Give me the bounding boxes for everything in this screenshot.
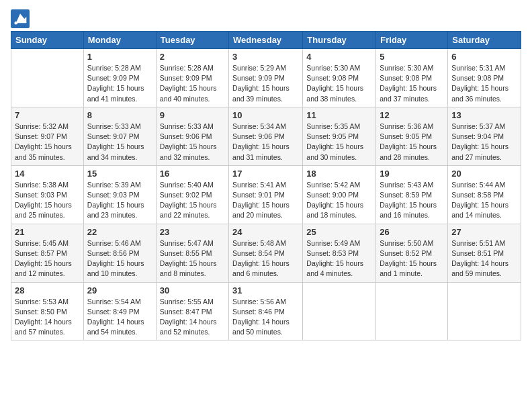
- week-row-5: 28Sunrise: 5:53 AMSunset: 8:50 PMDayligh…: [11, 282, 521, 340]
- day-number: 23: [160, 227, 225, 237]
- day-info: Sunrise: 5:29 AMSunset: 9:09 PMDaylight:…: [232, 63, 299, 104]
- day-number: 6: [451, 52, 517, 62]
- day-number: 9: [160, 110, 225, 120]
- header-row: SundayMondayTuesdayWednesdayThursdayFrid…: [11, 32, 521, 49]
- calendar-cell: 4Sunrise: 5:30 AMSunset: 9:08 PMDaylight…: [303, 49, 376, 107]
- calendar-cell: 3Sunrise: 5:29 AMSunset: 9:09 PMDaylight…: [229, 49, 303, 107]
- calendar-cell: 31Sunrise: 5:56 AMSunset: 8:46 PMDayligh…: [229, 282, 303, 340]
- svg-point-2: [14, 21, 17, 25]
- day-number: 2: [160, 52, 225, 62]
- calendar-cell: 14Sunrise: 5:38 AMSunset: 9:03 PMDayligh…: [11, 165, 84, 224]
- day-info: Sunrise: 5:53 AMSunset: 8:50 PMDaylight:…: [15, 297, 80, 338]
- calendar-cell: 29Sunrise: 5:54 AMSunset: 8:49 PMDayligh…: [83, 282, 156, 340]
- day-info: Sunrise: 5:34 AMSunset: 9:06 PMDaylight:…: [232, 122, 299, 163]
- header-day-sunday: Sunday: [11, 32, 84, 49]
- day-info: Sunrise: 5:45 AMSunset: 8:57 PMDaylight:…: [15, 238, 80, 279]
- calendar-cell: 21Sunrise: 5:45 AMSunset: 8:57 PMDayligh…: [11, 224, 84, 282]
- header-day-thursday: Thursday: [303, 32, 376, 49]
- day-info: Sunrise: 5:43 AMSunset: 8:59 PMDaylight:…: [380, 180, 444, 221]
- day-number: 27: [451, 227, 517, 237]
- calendar-cell: 18Sunrise: 5:42 AMSunset: 9:00 PMDayligh…: [303, 165, 376, 224]
- day-number: 26: [380, 227, 444, 237]
- day-info: Sunrise: 5:33 AMSunset: 9:07 PMDaylight:…: [87, 122, 152, 163]
- calendar-cell: 1Sunrise: 5:28 AMSunset: 9:09 PMDaylight…: [83, 49, 156, 107]
- calendar-body: 1Sunrise: 5:28 AMSunset: 9:09 PMDaylight…: [11, 49, 521, 340]
- day-info: Sunrise: 5:39 AMSunset: 9:03 PMDaylight:…: [87, 180, 152, 221]
- day-number: 31: [232, 285, 299, 295]
- day-info: Sunrise: 5:48 AMSunset: 8:54 PMDaylight:…: [232, 238, 299, 279]
- calendar-cell: 12Sunrise: 5:36 AMSunset: 9:05 PMDayligh…: [376, 107, 448, 165]
- day-number: 28: [15, 285, 80, 295]
- day-info: Sunrise: 5:47 AMSunset: 8:55 PMDaylight:…: [160, 238, 225, 279]
- day-info: Sunrise: 5:30 AMSunset: 9:08 PMDaylight:…: [380, 63, 444, 104]
- logo-icon: [11, 9, 30, 28]
- day-info: Sunrise: 5:28 AMSunset: 9:09 PMDaylight:…: [87, 63, 152, 104]
- day-info: Sunrise: 5:32 AMSunset: 9:07 PMDaylight:…: [15, 122, 80, 163]
- day-number: 7: [15, 110, 80, 120]
- day-info: Sunrise: 5:38 AMSunset: 9:03 PMDaylight:…: [15, 180, 80, 221]
- day-info: Sunrise: 5:37 AMSunset: 9:04 PMDaylight:…: [451, 122, 517, 163]
- day-number: 12: [380, 110, 444, 120]
- day-info: Sunrise: 5:40 AMSunset: 9:02 PMDaylight:…: [160, 180, 225, 221]
- day-number: 1: [87, 52, 152, 62]
- day-number: 8: [87, 110, 152, 120]
- day-number: 18: [306, 169, 372, 179]
- calendar-cell: 25Sunrise: 5:49 AMSunset: 8:53 PMDayligh…: [303, 224, 376, 282]
- day-number: 10: [232, 110, 299, 120]
- day-number: 19: [380, 169, 444, 179]
- calendar: SundayMondayTuesdayWednesdayThursdayFrid…: [11, 31, 521, 340]
- week-row-3: 14Sunrise: 5:38 AMSunset: 9:03 PMDayligh…: [11, 165, 521, 224]
- calendar-cell: 20Sunrise: 5:44 AMSunset: 8:58 PMDayligh…: [448, 165, 521, 224]
- day-number: 17: [232, 169, 299, 179]
- calendar-cell: 15Sunrise: 5:39 AMSunset: 9:03 PMDayligh…: [83, 165, 156, 224]
- calendar-cell: 5Sunrise: 5:30 AMSunset: 9:08 PMDaylight…: [376, 49, 448, 107]
- day-info: Sunrise: 5:56 AMSunset: 8:46 PMDaylight:…: [232, 297, 299, 338]
- week-row-1: 1Sunrise: 5:28 AMSunset: 9:09 PMDaylight…: [11, 49, 521, 107]
- day-number: 24: [232, 227, 299, 237]
- calendar-header: SundayMondayTuesdayWednesdayThursdayFrid…: [11, 32, 521, 49]
- calendar-cell: 30Sunrise: 5:55 AMSunset: 8:47 PMDayligh…: [156, 282, 228, 340]
- calendar-cell: 2Sunrise: 5:28 AMSunset: 9:09 PMDaylight…: [156, 49, 228, 107]
- day-number: 3: [232, 52, 299, 62]
- header-day-friday: Friday: [376, 32, 448, 49]
- page: SundayMondayTuesdayWednesdayThursdayFrid…: [0, 0, 532, 411]
- day-number: 22: [87, 227, 152, 237]
- calendar-cell: 16Sunrise: 5:40 AMSunset: 9:02 PMDayligh…: [156, 165, 228, 224]
- calendar-cell: 7Sunrise: 5:32 AMSunset: 9:07 PMDaylight…: [11, 107, 84, 165]
- day-info: Sunrise: 5:50 AMSunset: 8:52 PMDaylight:…: [380, 238, 444, 279]
- day-info: Sunrise: 5:33 AMSunset: 9:06 PMDaylight:…: [160, 122, 225, 163]
- calendar-cell: 6Sunrise: 5:31 AMSunset: 9:08 PMDaylight…: [448, 49, 521, 107]
- calendar-cell: [448, 282, 521, 340]
- logo: [11, 9, 32, 28]
- day-info: Sunrise: 5:28 AMSunset: 9:09 PMDaylight:…: [160, 63, 225, 104]
- header-day-wednesday: Wednesday: [229, 32, 303, 49]
- day-info: Sunrise: 5:55 AMSunset: 8:47 PMDaylight:…: [160, 297, 225, 338]
- day-number: 11: [306, 110, 372, 120]
- calendar-cell: 11Sunrise: 5:35 AMSunset: 9:05 PMDayligh…: [303, 107, 376, 165]
- day-number: 15: [87, 169, 152, 179]
- day-number: 4: [306, 52, 372, 62]
- calendar-cell: 23Sunrise: 5:47 AMSunset: 8:55 PMDayligh…: [156, 224, 228, 282]
- calendar-cell: 10Sunrise: 5:34 AMSunset: 9:06 PMDayligh…: [229, 107, 303, 165]
- week-row-2: 7Sunrise: 5:32 AMSunset: 9:07 PMDaylight…: [11, 107, 521, 165]
- day-number: 30: [160, 285, 225, 295]
- day-number: 29: [87, 285, 152, 295]
- day-info: Sunrise: 5:44 AMSunset: 8:58 PMDaylight:…: [451, 180, 517, 221]
- day-info: Sunrise: 5:51 AMSunset: 8:51 PMDaylight:…: [451, 238, 517, 279]
- calendar-cell: 26Sunrise: 5:50 AMSunset: 8:52 PMDayligh…: [376, 224, 448, 282]
- calendar-cell: 27Sunrise: 5:51 AMSunset: 8:51 PMDayligh…: [448, 224, 521, 282]
- day-info: Sunrise: 5:42 AMSunset: 9:00 PMDaylight:…: [306, 180, 372, 221]
- week-row-4: 21Sunrise: 5:45 AMSunset: 8:57 PMDayligh…: [11, 224, 521, 282]
- header-day-saturday: Saturday: [448, 32, 521, 49]
- day-info: Sunrise: 5:46 AMSunset: 8:56 PMDaylight:…: [87, 238, 152, 279]
- calendar-cell: 13Sunrise: 5:37 AMSunset: 9:04 PMDayligh…: [448, 107, 521, 165]
- day-info: Sunrise: 5:54 AMSunset: 8:49 PMDaylight:…: [87, 297, 152, 338]
- day-number: 14: [15, 169, 80, 179]
- day-number: 25: [306, 227, 372, 237]
- day-number: 5: [380, 52, 444, 62]
- calendar-cell: 9Sunrise: 5:33 AMSunset: 9:06 PMDaylight…: [156, 107, 228, 165]
- header: [11, 7, 521, 28]
- header-day-tuesday: Tuesday: [156, 32, 228, 49]
- day-number: 20: [451, 169, 517, 179]
- calendar-cell: 22Sunrise: 5:46 AMSunset: 8:56 PMDayligh…: [83, 224, 156, 282]
